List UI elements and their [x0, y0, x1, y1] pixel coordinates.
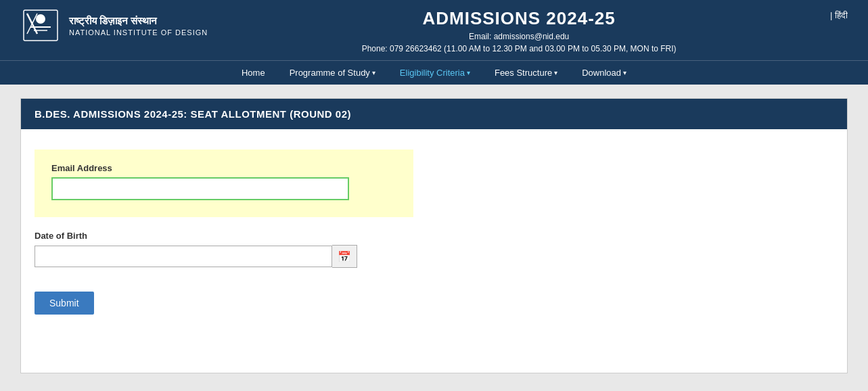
calendar-picker-button[interactable]: 📅: [332, 245, 357, 268]
header-center: ADMISSIONS 2024-25 Email: admissions@nid…: [208, 7, 830, 53]
header: राष्ट्रीय डिज़ाइन संस्थान NATIONAL INSTI…: [0, 0, 868, 60]
nav-download-arrow: ▾: [623, 69, 626, 76]
nav-download[interactable]: Download ▾: [570, 61, 639, 85]
dob-row: 📅: [35, 245, 833, 268]
page-wrapper: B.DES. ADMISSIONS 2024-25: SEAT ALLOTMEN…: [0, 85, 868, 387]
nav-fees-arrow: ▾: [554, 69, 557, 76]
nav-download-label: Download: [582, 68, 621, 78]
lang-switcher[interactable]: | हिंदी: [830, 7, 848, 21]
header-email: Email: admissions@nid.edu: [208, 32, 830, 41]
email-form-section: Email Address: [35, 150, 413, 217]
logo-hindi: राष्ट्रीय डिज़ाइन संस्थान: [69, 15, 208, 27]
dob-input[interactable]: [35, 246, 332, 267]
header-phone: Phone: 079 26623462 (11.00 AM to 12.30 P…: [208, 44, 830, 53]
main-nav: Home Programme of Study ▾ Eligibility Cr…: [0, 60, 868, 85]
submit-button[interactable]: Submit: [35, 292, 94, 315]
nav-programme-arrow: ▾: [372, 69, 375, 76]
nav-fees[interactable]: Fees Structure ▾: [482, 61, 570, 85]
nav-programme[interactable]: Programme of Study ▾: [277, 61, 388, 85]
dob-section: Date of Birth 📅: [35, 231, 833, 275]
nav-fees-label: Fees Structure: [495, 68, 552, 78]
main-card: B.DES. ADMISSIONS 2024-25: SEAT ALLOTMEN…: [20, 98, 848, 373]
calendar-icon: 📅: [338, 250, 351, 263]
nav-programme-label: Programme of Study: [290, 68, 370, 78]
email-label: Email Address: [51, 163, 396, 173]
card-body: Email Address Date of Birth 📅 Submit: [21, 129, 847, 373]
nav-home-label: Home: [242, 68, 265, 78]
card-header: B.DES. ADMISSIONS 2024-25: SEAT ALLOTMEN…: [21, 99, 847, 129]
logo-text: राष्ट्रीय डिज़ाइन संस्थान NATIONAL INSTI…: [69, 15, 208, 37]
card-title: B.DES. ADMISSIONS 2024-25: SEAT ALLOTMEN…: [35, 108, 351, 120]
logo-area: राष्ट्रीय डिज़ाइन संस्थान NATIONAL INSTI…: [20, 7, 208, 44]
admissions-title: ADMISSIONS 2024-25: [208, 8, 830, 29]
nav-eligibility[interactable]: Eligibility Criteria ▾: [388, 61, 482, 85]
svg-point-1: [36, 14, 45, 24]
nav-home[interactable]: Home: [229, 61, 277, 85]
nav-eligibility-arrow: ▾: [467, 69, 470, 76]
dob-label: Date of Birth: [35, 231, 833, 241]
hindi-link[interactable]: | हिंदी: [830, 10, 848, 20]
nid-logo-icon: [20, 7, 61, 44]
nav-eligibility-label: Eligibility Criteria: [400, 68, 465, 78]
logo-english: NATIONAL INSTITUTE OF DESIGN: [69, 28, 208, 37]
email-input[interactable]: [51, 177, 349, 200]
